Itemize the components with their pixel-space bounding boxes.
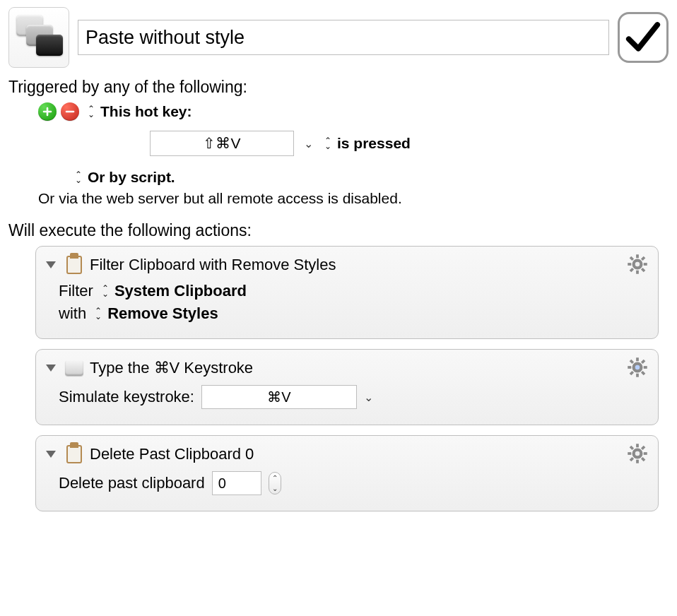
simulate-label: Simulate keystroke:	[59, 388, 194, 406]
svg-line-27	[642, 458, 644, 461]
gear-icon[interactable]	[627, 254, 648, 275]
disclosure-triangle-icon[interactable]	[46, 451, 56, 458]
add-trigger-button[interactable]	[38, 102, 57, 121]
trigger-condition-selector[interactable]: ⌃⌄ is pressed	[323, 135, 411, 152]
keystroke-value: ⌘V	[267, 389, 290, 405]
gear-icon[interactable]	[627, 443, 648, 464]
svg-line-16	[630, 360, 633, 363]
action-title: Filter Clipboard with Remove Styles	[90, 256, 336, 274]
filter-type-value: Remove Styles	[107, 304, 218, 323]
trigger-type-selector[interactable]: ⌃⌄ This hot key:	[86, 103, 192, 120]
svg-line-7	[642, 268, 644, 271]
macro-title-input[interactable]	[78, 20, 609, 55]
svg-line-9	[642, 257, 644, 260]
index-stepper[interactable]: ⌃ ⌄	[269, 472, 281, 494]
svg-line-17	[642, 372, 644, 374]
action-delete-past-clipboard[interactable]: Delete Past Clipboard 0 Delete past clip…	[35, 435, 659, 511]
clipboard-icon	[64, 255, 84, 275]
keystroke-dropdown[interactable]: ⌄	[364, 391, 373, 404]
trigger-section-heading: Triggered by any of the following:	[8, 78, 669, 97]
chevron-updown-icon: ⌃⌄	[102, 285, 109, 297]
chevron-updown-icon: ⌃⌄	[95, 308, 102, 319]
chevron-updown-icon: ⌃⌄	[324, 138, 331, 149]
key-icon	[64, 358, 84, 378]
chevron-updown-icon: ⌃⌄	[75, 172, 82, 183]
filter-source-value: System Clipboard	[114, 282, 247, 300]
svg-line-26	[630, 446, 633, 449]
disclosure-triangle-icon[interactable]	[46, 261, 56, 268]
with-label: with	[59, 304, 86, 323]
svg-line-19	[642, 360, 644, 363]
hotkey-value: ⇧⌘V	[203, 135, 240, 152]
chevron-updown-icon: ⌃⌄	[88, 106, 95, 117]
svg-line-18	[630, 372, 633, 374]
macro-icon[interactable]	[8, 7, 69, 68]
or-by-script-label: Or by script.	[88, 169, 175, 186]
disclosure-triangle-icon[interactable]	[46, 365, 56, 372]
clipboard-index-input[interactable]	[212, 471, 261, 495]
action-filter-clipboard[interactable]: Filter Clipboard with Remove Styles Filt…	[35, 246, 659, 339]
delete-label: Delete past clipboard	[59, 474, 205, 492]
svg-point-11	[635, 365, 640, 370]
remote-note: Or via the web server but all remote acc…	[38, 190, 669, 207]
stepper-down-icon: ⌄	[272, 485, 278, 492]
svg-line-29	[642, 446, 644, 449]
svg-line-6	[630, 257, 633, 260]
svg-line-28	[630, 458, 633, 461]
macro-enabled-checkbox[interactable]	[618, 12, 669, 63]
stepper-up-icon: ⌃	[272, 474, 278, 482]
actions-section-heading: Will execute the following actions:	[8, 221, 669, 240]
filter-type-selector[interactable]: ⌃⌄ Remove Styles	[93, 304, 218, 323]
keystroke-input[interactable]: ⌘V	[201, 385, 357, 409]
or-by-script-selector[interactable]: ⌃⌄ Or by script.	[73, 169, 175, 186]
action-type-keystroke[interactable]: Type the ⌘V Keystroke Simulate keystroke…	[35, 349, 659, 425]
gear-icon[interactable]	[627, 357, 648, 378]
trigger-condition-label: is pressed	[337, 135, 411, 152]
hotkey-input[interactable]: ⇧⌘V	[150, 131, 294, 156]
filter-source-selector[interactable]: ⌃⌄ System Clipboard	[100, 282, 247, 300]
svg-point-1	[635, 262, 640, 267]
action-title: Delete Past Clipboard 0	[90, 445, 254, 463]
filter-label: Filter	[59, 282, 93, 300]
svg-line-8	[630, 268, 633, 271]
svg-point-21	[635, 451, 640, 456]
action-title: Type the ⌘V Keystroke	[90, 359, 253, 377]
remove-trigger-button[interactable]	[61, 102, 79, 121]
clipboard-icon	[64, 444, 84, 464]
trigger-type-label: This hot key:	[100, 103, 192, 120]
hotkey-dropdown[interactable]: ⌄	[304, 137, 313, 150]
